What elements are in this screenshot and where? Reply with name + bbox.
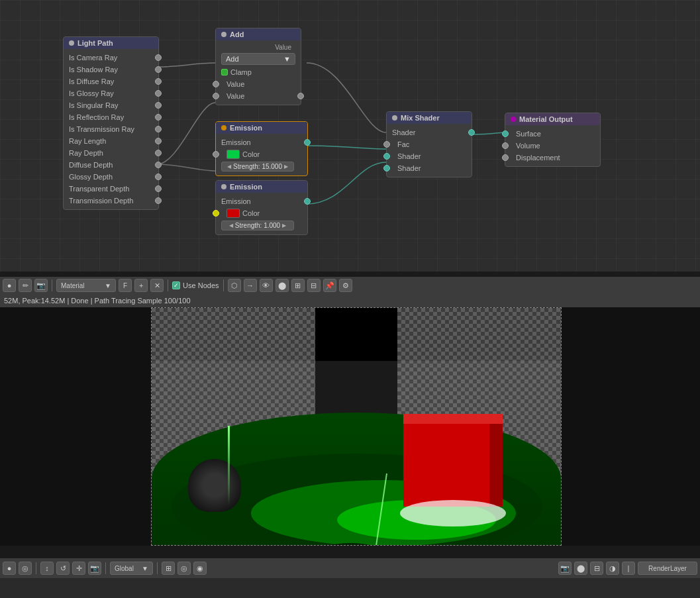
snap-icon[interactable]: ⊞	[162, 562, 175, 575]
node-emission2[interactable]: Emission Emission Color Strength: 1.000	[215, 180, 308, 235]
nodes-icon[interactable]: ⬡	[228, 279, 241, 292]
output-socket[interactable]	[155, 78, 162, 85]
node-row: Is Reflection Ray	[64, 111, 158, 123]
emission1-strength-field[interactable]: Strength: 15.000	[221, 162, 294, 172]
panel-divider	[0, 272, 700, 277]
output-socket[interactable]	[155, 185, 162, 192]
node-mixshader[interactable]: Mix Shader Shader Fac Shader Shader	[386, 111, 472, 177]
proportional2-icon[interactable]: ◉	[193, 562, 207, 575]
node-emission1[interactable]: Emission Emission Color Strength: 15.000	[215, 121, 308, 176]
viewport[interactable]: ● ◎ ↕ ↺ ✛ 📷 Global ▼ ⊞ ◎ ◉ 📷 ⬤ ⊟ ◑ | Ren…	[0, 307, 700, 578]
delete-icon[interactable]: ✕	[150, 279, 164, 292]
node-row: Is Transmission Ray	[64, 123, 158, 135]
volume-input-socket[interactable]	[502, 142, 509, 149]
proportional-icon[interactable]: ◎	[177, 562, 191, 575]
status-text: 52M, Peak:14.52M | Done | Path Tracing S…	[4, 297, 191, 305]
toolbar-sep3	[223, 279, 224, 291]
scene-icon[interactable]: ●	[3, 562, 16, 575]
output-socket[interactable]	[155, 197, 162, 204]
output-socket[interactable]	[155, 114, 162, 121]
pin-icon[interactable]: 📌	[323, 279, 336, 292]
node-row: Transparent Depth	[64, 183, 158, 195]
vp-camera-icon[interactable]: 📷	[558, 562, 572, 575]
output-socket[interactable]	[155, 102, 162, 109]
mixshader-shader2-row: Shader	[387, 162, 472, 174]
vp-shading-icon[interactable]: ◑	[606, 562, 619, 575]
shader2-input-socket[interactable]	[383, 165, 390, 172]
toolbar-sep1	[52, 279, 52, 291]
sphere-icon[interactable]: ●	[3, 279, 16, 292]
emission-output-socket[interactable]	[304, 139, 311, 146]
shader1-input-socket[interactable]	[383, 153, 390, 160]
vp-overlay-icon[interactable]: ⊟	[590, 562, 603, 575]
emission2-strength-field[interactable]: Strength: 1.000	[221, 221, 294, 230]
material-dropdown[interactable]: Material ▼	[56, 279, 116, 292]
coordinate-label: Global	[115, 565, 134, 572]
f-button[interactable]: F	[119, 279, 132, 292]
input-socket[interactable]	[213, 81, 219, 87]
render-layer-button[interactable]: RenderLayer	[638, 562, 697, 575]
output-socket[interactable]	[155, 54, 162, 61]
color-input-socket[interactable]	[213, 210, 219, 217]
svg-point-6	[400, 500, 506, 526]
camera-icon[interactable]: 📷	[34, 279, 48, 292]
vp-render-icon[interactable]: ⬤	[574, 562, 587, 575]
shader-output-socket[interactable]	[468, 129, 475, 136]
output-socket[interactable]	[155, 66, 162, 73]
output-socket[interactable]	[155, 90, 162, 97]
surface-input-socket[interactable]	[502, 130, 509, 137]
node-lightpath-title: Light Path	[77, 39, 113, 47]
rotate-icon[interactable]: ↺	[56, 562, 70, 575]
node-emission1-header: Emission	[216, 122, 307, 134]
arrow-icon[interactable]: →	[244, 279, 257, 292]
output-socket[interactable]	[155, 126, 162, 132]
layers-icon[interactable]: ⊞	[291, 279, 305, 292]
ray-depth-label: Ray Depth	[69, 149, 103, 157]
node-material-output[interactable]: Material Output Surface Volume Displacem…	[505, 113, 601, 167]
output-socket[interactable]	[155, 174, 162, 180]
emission-output-socket[interactable]	[304, 198, 311, 205]
node-add[interactable]: Add Value Add ▼ Clamp Value Value	[215, 28, 301, 105]
eye-icon[interactable]: 👁	[260, 279, 273, 292]
camera-view-icon[interactable]: 📷	[88, 562, 101, 575]
render-icon[interactable]: ⬤	[275, 279, 289, 292]
clamp-checkbox[interactable]	[221, 69, 228, 75]
settings-icon[interactable]: ⚙	[339, 279, 352, 292]
output-socket[interactable]	[155, 138, 162, 144]
node-row: Is Singular Ray	[64, 99, 158, 111]
bottom-sep3	[157, 562, 158, 574]
add-icon[interactable]: +	[134, 279, 148, 292]
ray-depth-socket[interactable]	[155, 150, 162, 156]
color-swatch-red[interactable]	[226, 209, 240, 218]
output-socket[interactable]	[297, 93, 304, 99]
add-input1-row: Value	[216, 78, 301, 90]
use-nodes-label: Use Nodes	[183, 281, 219, 289]
node-row: Transmission Depth	[64, 195, 158, 207]
move-icon[interactable]: ✛	[72, 562, 85, 575]
coordinate-system-dropdown[interactable]: Global ▼	[110, 562, 153, 575]
toolbar: ● ✏ 📷 Material ▼ F + ✕ ✓ Use Nodes ⬡ → 👁…	[0, 277, 700, 294]
node-row: Is Camera Ray	[64, 52, 158, 64]
output-socket[interactable]	[155, 162, 162, 168]
emission1-color-row: Color	[216, 148, 307, 160]
displacement-input-socket[interactable]	[502, 154, 509, 161]
node-add-title: Add	[230, 30, 244, 38]
paint-icon[interactable]: ✏	[19, 279, 32, 292]
fac-input-socket[interactable]	[383, 141, 390, 148]
viewport-right-dark	[562, 307, 700, 546]
input-socket[interactable]	[213, 93, 219, 99]
transform-icon[interactable]: ↕	[40, 562, 54, 575]
color-swatch-green[interactable]	[226, 150, 240, 159]
grid-icon[interactable]: ⊟	[307, 279, 321, 292]
add-type-dropdown[interactable]: Add ▼	[221, 53, 295, 65]
node-output-body: Surface Volume Displacement	[505, 125, 600, 166]
view-icon[interactable]: ◎	[19, 562, 32, 575]
node-mixshader-title: Mix Shader	[401, 114, 440, 122]
node-lightpath[interactable]: Light Path Is Camera Ray Is Shadow Ray I…	[63, 36, 159, 210]
color-input-socket[interactable]	[213, 151, 219, 158]
node-row: Ray Length	[64, 135, 158, 147]
vp-timeline-icon[interactable]: |	[622, 562, 635, 575]
node-editor[interactable]: Light Path Is Camera Ray Is Shadow Ray I…	[0, 0, 700, 272]
node-emission2-body: Emission Color Strength: 1.000	[216, 193, 307, 234]
use-nodes-checkbox[interactable]: ✓	[172, 281, 180, 289]
